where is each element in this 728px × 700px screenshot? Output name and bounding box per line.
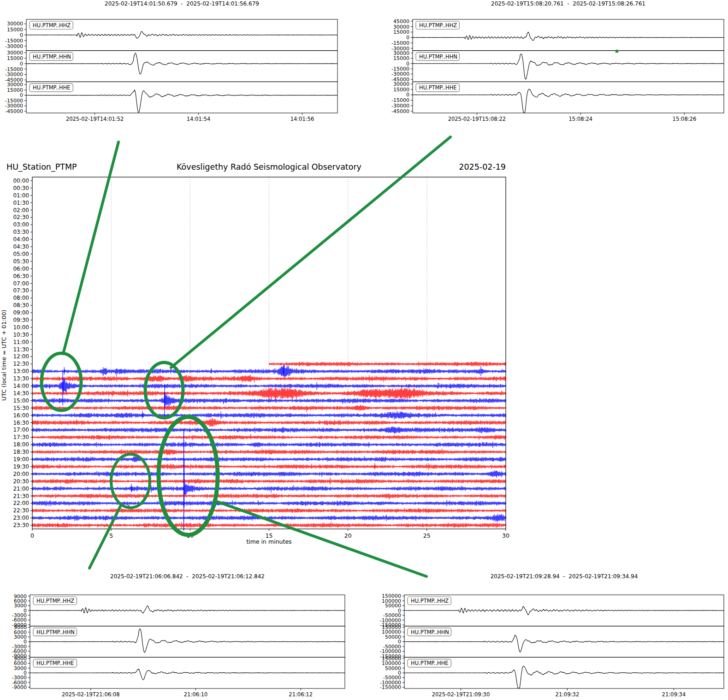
helicorder-row-label: 08:30: [13, 302, 29, 308]
helicorder-row-label: 06:30: [13, 273, 29, 279]
helicorder-row-label: 01:00: [13, 192, 29, 199]
x-tick-label: 21:06:10: [184, 691, 208, 698]
helicorder-row-label: 03:30: [13, 229, 29, 235]
helicorder-row-label: 12:00: [13, 353, 29, 360]
helicorder-trace-21:00: [32, 483, 506, 496]
y-tick-label: -45000: [5, 108, 23, 114]
seismogram-panel-event-1508: 4500030000150000-15000-30000HU.PTMP..HHZ…: [391, 18, 724, 122]
helicorder-row-label: 05:30: [13, 258, 29, 265]
helicorder-row-label: 21:30: [13, 493, 29, 499]
channel-label: HU.PTMP..HHZ: [419, 22, 457, 29]
helicorder-y-axis-label: UTC (local time = UTC + 01:00): [0, 292, 7, 418]
y-tick-label: -15000: [5, 38, 23, 44]
helicorder-row-label: 14:00: [13, 383, 29, 389]
seismic-figure-root: 30000150000-15000-30000HU.PTMP..HHZ30000…: [0, 0, 728, 700]
seismogram-panel-event-1401: 30000150000-15000-30000HU.PTMP..HHZ30000…: [5, 19, 337, 122]
plots-canvas: 30000150000-15000-30000HU.PTMP..HHZ30000…: [0, 0, 728, 700]
x-tick-label: 2025-02-19T15:08:22: [448, 116, 506, 122]
helicorder-trace-16:30: [32, 418, 506, 427]
y-tick-label: 30000: [7, 21, 23, 27]
y-tick-label: -30000: [5, 43, 23, 49]
x-tick-label: 21:09:34: [662, 691, 686, 698]
annotation-layer: [41, 50, 619, 577]
helicorder-x-axis-label: time in minutes: [32, 538, 506, 545]
channel-label: HU.PTMP..HHE: [33, 84, 71, 91]
helicorder-trace-14:30: [32, 387, 506, 400]
helicorder-row-label: 17:00: [13, 427, 29, 433]
channel-label: HU.PTMP..HHN: [419, 53, 457, 60]
helicorder-row-label: 09:00: [13, 309, 29, 316]
helicorder-trace-22:00: [32, 499, 506, 507]
helicorder-row-label: 08:00: [13, 295, 29, 301]
helicorder-row-label: 02:30: [13, 214, 29, 220]
annotation-marker-dot-1: [128, 505, 130, 507]
y-tick-label: -150000: [380, 684, 401, 690]
helicorder-row-label: 14:30: [13, 390, 29, 397]
helicorder-row-label: 04:30: [13, 243, 29, 250]
helicorder-row-label: 23:30: [13, 522, 29, 528]
helicorder-row-label: 22:00: [13, 500, 29, 506]
helicorder-trace-20:00: [32, 470, 506, 478]
channel-label: HU.PTMP..HHN: [33, 53, 71, 60]
y-tick-label: 0: [20, 32, 23, 38]
channel-label: HU.PTMP..HHE: [36, 660, 74, 666]
y-tick-label: -45000: [391, 108, 409, 114]
x-tick-label: 21:06:12: [289, 691, 313, 698]
x-tick-label: 2025-02-19T14:01:52: [66, 116, 124, 122]
x-tick-label: 21:09:32: [556, 691, 580, 698]
channel-label: HU.PTMP..HHZ: [411, 598, 449, 604]
helicorder-trace-16:00: [32, 411, 506, 420]
helicorder-row-label: 11:30: [13, 346, 29, 353]
seismogram-panel-event-2109: 150000100000500000-50000-100000-150000HU…: [380, 593, 724, 698]
seismogram-panel-event-2106: 9000600030000-3000-6000-9000HU.PTMP..HHZ…: [12, 593, 345, 698]
waveform-trace-HU.PTMP..HHZ: [404, 606, 724, 615]
helicorder-row-label: 06:00: [13, 266, 29, 272]
helicorder-trace-13:00: [32, 364, 506, 378]
helicorder-row-label: 15:30: [13, 405, 29, 411]
x-tick-label: 14:01:56: [290, 116, 314, 122]
helicorder-row-label: 09:30: [13, 317, 29, 323]
y-tick-label: -9000: [12, 684, 27, 690]
channel-label: HU.PTMP..HHE: [411, 660, 449, 666]
helicorder-row-label: 18:30: [13, 449, 29, 455]
waveform-trace-HU.PTMP..HHN: [404, 635, 724, 653]
waveform-trace-HU.PTMP..HHE: [26, 90, 337, 113]
helicorder-row-label: 15:00: [13, 397, 29, 404]
panel-title-event-2106: 2025-02-19T21:06:06.842 - 2025-02-19T21:…: [30, 573, 345, 580]
panel-title-event-1401: 2025-02-19T14:01:50.679 - 2025-02-19T14:…: [26, 0, 337, 7]
helicorder-trace-22:30: [32, 508, 506, 513]
helicorder-row-label: 07:30: [13, 287, 29, 294]
helicorder-trace-23:30: [32, 522, 506, 528]
y-tick-label: 15000: [7, 27, 23, 33]
helicorder-row-label: 21:00: [13, 486, 29, 492]
helicorder-row-label: 10:00: [13, 324, 29, 331]
helicorder-row-label: 00:00: [13, 178, 29, 184]
channel-label: HU.PTMP..HHN: [411, 629, 449, 635]
waveform-trace-HU.PTMP..HHN: [30, 629, 345, 653]
channel-label: HU.PTMP..HHE: [419, 84, 457, 91]
x-tick-label: 2025-02-19T21:06:08: [62, 691, 120, 698]
helicorder-row-label: 19:30: [13, 463, 29, 470]
helicorder-row-label: 12:30: [13, 361, 29, 367]
waveform-trace-HU.PTMP..HHZ: [30, 606, 345, 613]
annotation-marker-dot-0: [616, 50, 619, 53]
helicorder-row-label: 07:00: [13, 280, 29, 287]
helicorder-row-label: 16:30: [13, 420, 29, 426]
helicorder-row-label: 03:00: [13, 221, 29, 228]
helicorder-trace-12:30: [269, 362, 506, 367]
annotation-leader-line-1: [171, 137, 450, 368]
channel-label: HU.PTMP..HHN: [36, 629, 75, 635]
helicorder-row-label: 01:30: [13, 200, 29, 206]
x-tick-label: 14:01:54: [187, 116, 211, 122]
helicorder-row-label: 13:30: [13, 375, 29, 382]
helicorder-row-label: 22:30: [13, 507, 29, 514]
waveform-trace-HU.PTMP..HHZ: [413, 32, 724, 41]
helicorder-row-label: 16:00: [13, 412, 29, 419]
waveform-trace-HU.PTMP..HHZ: [26, 31, 337, 38]
helicorder-row-label: 04:00: [13, 236, 29, 243]
helicorder-row-label: 13:00: [13, 368, 29, 374]
helicorder-row-label: 20:30: [13, 478, 29, 485]
helicorder-trace-19:30: [32, 463, 506, 470]
helicorder-row-label: 19:00: [13, 456, 29, 463]
helicorder-row-label: 11:00: [13, 339, 29, 345]
